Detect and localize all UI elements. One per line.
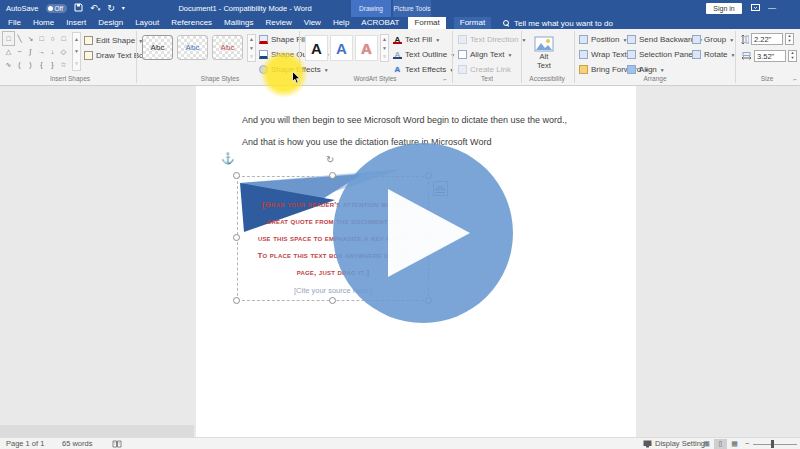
paragraph-1[interactable]: And you will then begin to see Microsoft…: [242, 115, 567, 125]
tab-format-picture[interactable]: Format: [454, 17, 491, 29]
position-icon: [579, 35, 588, 44]
text-outline-button[interactable]: AText Outline▼: [393, 48, 455, 61]
height-stepper[interactable]: ▲▼: [785, 33, 794, 45]
shape-style-preset-3[interactable]: Abc: [212, 35, 243, 60]
shape-gallery-item[interactable]: ): [25, 58, 36, 71]
zoom-slider-thumb[interactable]: [771, 440, 774, 448]
shape-gallery-item[interactable]: ↘: [25, 32, 36, 45]
autosave-toggle-knob: [48, 6, 53, 11]
scroll-up-icon[interactable]: ▲: [73, 33, 80, 45]
tab-view[interactable]: View: [298, 17, 327, 29]
edit-shape-button[interactable]: Edit Shape▼: [84, 34, 143, 47]
group-label-arrange: Arrange: [605, 75, 705, 82]
selection-pane-button[interactable]: Selection Pane: [627, 48, 693, 61]
text-fill-button[interactable]: AText Fill▼: [393, 33, 440, 46]
tell-me-search[interactable]: Tell me what you want to do: [503, 17, 613, 29]
step-down-icon[interactable]: ▼: [786, 39, 793, 44]
search-icon: [503, 20, 510, 27]
video-play-button[interactable]: [333, 143, 513, 323]
ribbon-display-options-icon[interactable]: [751, 3, 760, 14]
print-layout-view-icon[interactable]: ▯: [714, 439, 727, 449]
shape-styles-scrollbar[interactable]: ▲▼▿: [247, 34, 256, 62]
gallery-more-icon[interactable]: ▿: [248, 52, 255, 61]
gallery-more-icon[interactable]: ▿: [381, 52, 388, 61]
shape-gallery-item[interactable]: (: [14, 58, 25, 71]
rotate-button[interactable]: Rotate▼: [692, 48, 736, 61]
shape-gallery-item[interactable]: ◇: [58, 45, 69, 58]
align-text-button[interactable]: Align Text▼: [458, 48, 513, 61]
shape-gallery-item[interactable]: ~: [14, 45, 25, 58]
shape-gallery-item[interactable]: →: [36, 45, 47, 58]
shape-height-field[interactable]: 2.22": [751, 33, 783, 45]
autosave-toggle[interactable]: Off: [46, 4, 68, 13]
group-button[interactable]: Group▼: [692, 33, 734, 46]
shape-gallery-item[interactable]: □: [3, 32, 14, 45]
width-stepper[interactable]: ▲▼: [788, 50, 797, 62]
sign-in-button[interactable]: Sign in: [706, 3, 742, 14]
web-layout-view-icon[interactable]: ▦: [728, 439, 741, 449]
tab-file[interactable]: File: [2, 17, 27, 29]
zoom-slider-track[interactable]: [753, 444, 797, 445]
shape-gallery-item[interactable]: {: [36, 58, 47, 71]
scroll-down-icon[interactable]: ▼: [248, 44, 255, 53]
shape-gallery-item[interactable]: ○: [47, 32, 58, 45]
minimize-icon[interactable]: —: [768, 3, 776, 12]
shape-gallery-item[interactable]: △: [3, 45, 14, 58]
shape-gallery-item[interactable]: □: [36, 32, 47, 45]
word-window: AutoSave Off ↶▾ ↻ ▾ Document1 - Compatib…: [0, 0, 800, 449]
wordart-preset-3[interactable]: A: [355, 35, 378, 61]
tab-mailings[interactable]: Mailings: [218, 17, 259, 29]
scroll-up-icon[interactable]: ▲: [381, 35, 388, 44]
tab-review[interactable]: Review: [259, 17, 297, 29]
scroll-down-icon[interactable]: ▼: [73, 45, 80, 57]
wordart-preset-2[interactable]: A: [330, 35, 353, 61]
alt-text-button[interactable]: Alt Text: [527, 33, 561, 73]
shape-style-preset-2[interactable]: Abc: [177, 35, 208, 60]
wordart-scrollbar[interactable]: ▲▼▿: [380, 34, 389, 62]
shape-gallery-item[interactable]: ╲: [14, 32, 25, 45]
gallery-more-icon[interactable]: ▿: [73, 58, 80, 70]
customize-qat-icon[interactable]: ▾: [122, 4, 125, 13]
tab-layout[interactable]: Layout: [129, 17, 165, 29]
selection-handle[interactable]: [233, 234, 240, 241]
shape-gallery-item[interactable]: ☆: [58, 58, 69, 71]
shape-effects-icon: [259, 65, 268, 74]
proofing-icon[interactable]: [112, 440, 122, 449]
selection-handle[interactable]: [233, 172, 240, 179]
page-indicator[interactable]: Page 1 of 1: [6, 438, 44, 449]
tab-acrobat[interactable]: ACROBAT: [355, 17, 405, 29]
save-icon[interactable]: [74, 3, 83, 14]
shape-style-preset-1[interactable]: Abc: [142, 35, 173, 60]
scroll-down-icon[interactable]: ▼: [381, 44, 388, 53]
tab-insert[interactable]: Insert: [60, 17, 92, 29]
position-button[interactable]: Position▼: [579, 33, 627, 46]
shape-gallery-item[interactable]: ∫: [25, 45, 36, 58]
read-mode-view-icon[interactable]: ▤: [700, 439, 713, 449]
step-down-icon[interactable]: ▼: [789, 56, 796, 61]
redo-icon[interactable]: ↻: [107, 4, 115, 13]
draw-text-box-button[interactable]: Draw Text Box: [84, 49, 147, 62]
word-count[interactable]: 65 words: [62, 438, 92, 449]
selection-handle[interactable]: [233, 297, 240, 304]
shape-gallery-item[interactable]: □: [58, 32, 69, 45]
wordart-preset-1[interactable]: A: [305, 35, 328, 61]
zoom-out-icon[interactable]: −: [745, 438, 749, 449]
scroll-up-icon[interactable]: ▲: [248, 35, 255, 44]
shape-gallery-item[interactable]: ∿: [3, 58, 14, 71]
undo-icon[interactable]: ↶▾: [90, 4, 100, 14]
ribbon: □╲↘□○□△~∫→↓◇∿(){}☆ ▲▼▿ Edit Shape▼ Draw …: [0, 29, 800, 86]
tab-help[interactable]: Help: [327, 17, 355, 29]
tab-format-drawing[interactable]: Format: [408, 17, 445, 29]
shape-gallery-item[interactable]: ↓: [47, 45, 58, 58]
text-effects-icon: A: [393, 65, 402, 74]
size-dialog-launcher-icon[interactable]: ⌐: [791, 75, 799, 83]
display-settings[interactable]: Display Settings: [643, 438, 709, 449]
shape-width-field[interactable]: 3.52": [754, 50, 786, 62]
shapes-gallery-scrollbar[interactable]: ▲▼▿: [72, 32, 81, 71]
horizontal-scrollbar[interactable]: [0, 425, 194, 437]
tab-design[interactable]: Design: [92, 17, 129, 29]
tab-home[interactable]: Home: [27, 17, 60, 29]
shape-gallery-item[interactable]: }: [47, 58, 58, 71]
tab-references[interactable]: References: [165, 17, 218, 29]
ribbon-tab-row: FileHomeInsertDesignLayoutReferencesMail…: [0, 17, 800, 29]
